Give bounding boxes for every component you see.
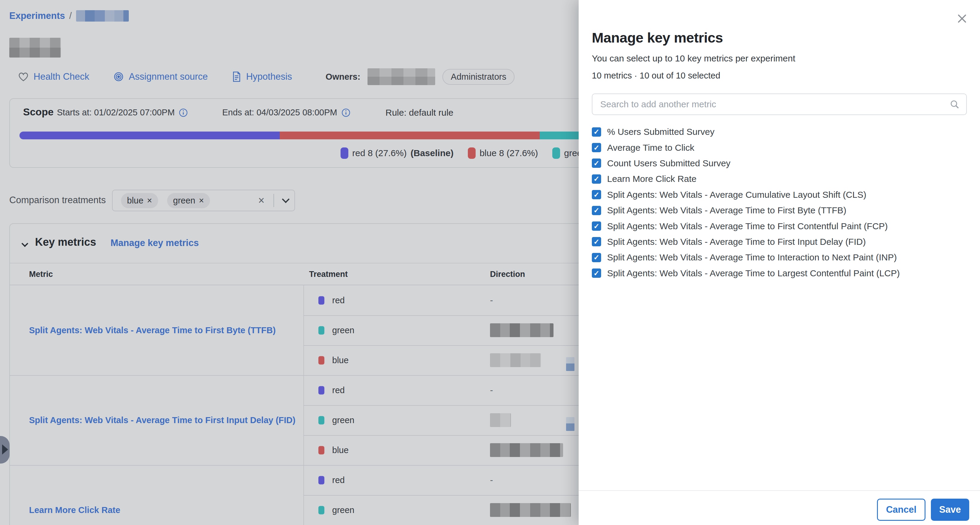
- cancel-button[interactable]: Cancel: [877, 499, 926, 521]
- metric-option-row[interactable]: ✓ Split Agents: Web Vitals - Average Tim…: [592, 250, 967, 265]
- checkbox-checked-icon[interactable]: ✓: [592, 143, 601, 152]
- save-button[interactable]: Save: [931, 499, 969, 521]
- metric-option-row[interactable]: ✓ Split Agents: Web Vitals - Average Tim…: [592, 218, 967, 234]
- checkbox-checked-icon[interactable]: ✓: [592, 237, 601, 246]
- metric-option-row[interactable]: ✓ Split Agents: Web Vitals - Average Tim…: [592, 265, 967, 281]
- search-icon: [950, 99, 959, 109]
- metric-option-row[interactable]: ✓ % Users Submitted Survey: [592, 124, 967, 140]
- checkbox-checked-icon[interactable]: ✓: [592, 158, 601, 168]
- checkbox-checked-icon[interactable]: ✓: [592, 268, 601, 278]
- checkbox-checked-icon[interactable]: ✓: [592, 253, 601, 262]
- modal-title: Manage key metrics: [592, 29, 723, 46]
- metric-option-row[interactable]: ✓ Split Agents: Web Vitals - Average Tim…: [592, 234, 967, 250]
- modal-subtitle: You can select up to 10 key metrics per …: [592, 53, 795, 64]
- metric-search-input[interactable]: [600, 99, 950, 109]
- checkbox-checked-icon[interactable]: ✓: [592, 190, 601, 199]
- metric-checkbox-list: ✓ % Users Submitted Survey ✓ Average Tim…: [592, 124, 967, 281]
- screen: Experiments / Health Check Assignment so…: [0, 0, 980, 525]
- metric-option-row[interactable]: ✓ Split Agents: Web Vitals - Average Tim…: [592, 203, 967, 218]
- checkbox-checked-icon[interactable]: ✓: [592, 206, 601, 215]
- modal-footer: Cancel Save: [579, 490, 980, 525]
- metric-option-row[interactable]: ✓ Learn More Click Rate: [592, 171, 967, 187]
- metric-search-box: [592, 94, 967, 115]
- checkbox-checked-icon[interactable]: ✓: [592, 128, 601, 137]
- metric-option-row[interactable]: ✓ Count Users Submitted Survey: [592, 156, 967, 171]
- metric-option-row[interactable]: ✓ Split Agents: Web Vitals - Average Cum…: [592, 187, 967, 203]
- manage-key-metrics-modal: Manage key metrics You can select up to …: [579, 0, 980, 525]
- checkbox-checked-icon[interactable]: ✓: [592, 174, 601, 184]
- metrics-count-line: 10 metrics · 10 out of 10 selected: [592, 71, 720, 81]
- checkbox-checked-icon[interactable]: ✓: [592, 222, 601, 231]
- metric-option-row[interactable]: ✓ Average Time to Click: [592, 140, 967, 155]
- close-icon[interactable]: [956, 13, 968, 25]
